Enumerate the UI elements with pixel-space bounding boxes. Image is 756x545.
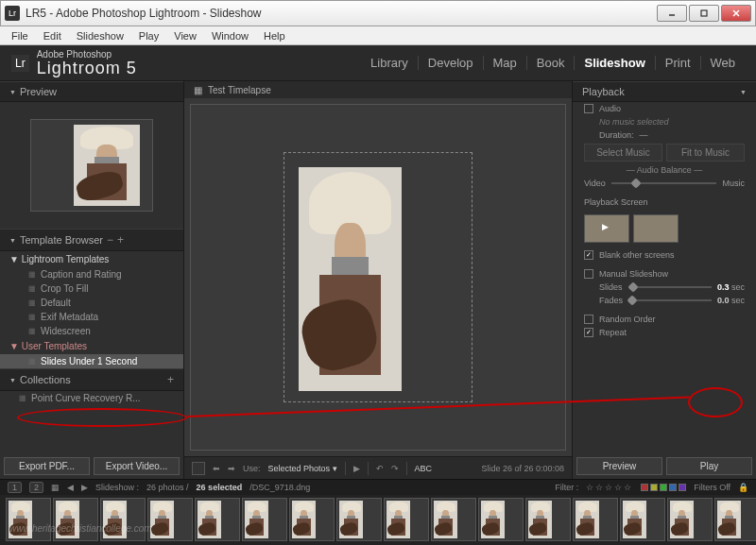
view-1-button[interactable]: 1 [8, 482, 22, 493]
maximize-button[interactable] [689, 5, 719, 22]
use-dropdown[interactable]: Selected Photos ▾ [268, 464, 337, 473]
chevron-down-icon: ▼ [9, 237, 16, 244]
chevron-down-icon: ▼ [740, 89, 747, 95]
filmstrip-thumb[interactable] [100, 498, 146, 541]
audio-checkbox-row[interactable]: Audio [573, 102, 756, 115]
filmstrip-thumb[interactable] [620, 498, 665, 541]
menu-edit[interactable]: Edit [36, 30, 69, 42]
fit-to-music-button[interactable]: Fit to Music [666, 144, 745, 162]
slide-canvas[interactable] [190, 104, 566, 451]
app-icon: Lr [5, 6, 20, 21]
menu-window[interactable]: Window [204, 30, 256, 42]
minus-icon[interactable]: − [107, 233, 113, 247]
tpl-caption-rating[interactable]: Caption and Rating [0, 267, 183, 281]
menu-slideshow[interactable]: Slideshow [69, 30, 131, 42]
rotate-ccw-icon[interactable]: ↶ [376, 464, 384, 473]
manual-slideshow-row[interactable]: Manual Slideshow [573, 267, 756, 281]
slide-counter: Slide 26 of 26 0:00:08 [481, 464, 564, 473]
plus-icon[interactable]: + [167, 373, 174, 386]
tpl-slides-under-1s[interactable]: Slides Under 1 Second [0, 354, 183, 368]
filmstrip-thumb[interactable] [525, 498, 571, 541]
screen-2[interactable] [633, 214, 679, 243]
export-video-button[interactable]: Export Video... [94, 457, 180, 475]
checkbox-icon: ✓ [584, 250, 593, 260]
close-button[interactable] [721, 5, 751, 22]
filmstrip-thumb[interactable] [667, 498, 713, 541]
stop-button[interactable] [192, 462, 205, 475]
collections-header[interactable]: ▼ Collections + [0, 368, 183, 391]
source-label[interactable]: Slideshow : [95, 483, 139, 492]
filters-off-toggle[interactable]: Filters Off [694, 483, 730, 492]
filmstrip-thumb[interactable] [573, 498, 618, 541]
blank-screens-row[interactable]: ✓Blank other screens [573, 248, 756, 262]
audio-balance-slider[interactable]: VideoMusic [573, 177, 756, 190]
slides-duration-slider[interactable]: Slides0.3 sec [573, 281, 756, 294]
menu-view[interactable]: View [166, 30, 204, 42]
user-templates-group[interactable]: ▼ User Templates [0, 338, 183, 354]
random-order-row[interactable]: Random Order [573, 313, 756, 326]
screen-1[interactable]: ▶ [584, 214, 629, 243]
plus-icon[interactable]: + [117, 233, 124, 247]
module-print[interactable]: Print [656, 56, 701, 70]
module-book[interactable]: Book [527, 56, 576, 70]
color-label-filter[interactable] [641, 484, 686, 491]
menu-play[interactable]: Play [131, 30, 166, 42]
grid-view-icon[interactable]: ▦ [51, 483, 60, 492]
module-library[interactable]: Library [361, 56, 419, 70]
export-pdf-button[interactable]: Export PDF... [4, 457, 90, 475]
playback-header[interactable]: Playback ▼ [573, 81, 756, 102]
play-icon[interactable]: ▶ [353, 464, 360, 473]
select-music-button[interactable]: Select Music [584, 144, 662, 162]
template-tree: ▼ Lightroom Templates Caption and Rating… [0, 251, 183, 368]
menu-help[interactable]: Help [256, 30, 293, 42]
abc-button[interactable]: ABC [415, 464, 433, 473]
minimize-button[interactable] [657, 5, 687, 22]
rating-filter[interactable]: ☆☆☆☆☆ [586, 483, 633, 492]
filmstrip: 1 2 ▦ ◀ ▶ Slideshow : 26 photos / 26 sel… [0, 479, 756, 545]
filmstrip-thumb[interactable] [6, 498, 51, 541]
tpl-crop-to-fill[interactable]: Crop To Fill [0, 281, 183, 296]
filmstrip-thumb[interactable] [147, 498, 193, 541]
filmstrip-thumb[interactable] [195, 498, 240, 541]
filmstrip-thumb[interactable] [53, 498, 98, 541]
preview-button[interactable]: Preview [576, 457, 662, 475]
module-map[interactable]: Map [484, 56, 527, 70]
center-panel: ▦ Test Timelapse ⬅ ➡ Use: Selected Photo… [184, 81, 572, 479]
menu-file[interactable]: File [4, 30, 36, 42]
grid-icon: ▦ [194, 85, 202, 95]
tpl-exif[interactable]: Exif Metadata [0, 310, 183, 324]
view-2-button[interactable]: 2 [29, 482, 43, 493]
module-develop[interactable]: Develop [419, 56, 484, 70]
filter-label: Filter : [555, 483, 578, 492]
playback-screen-picker[interactable]: ▶ [573, 209, 756, 248]
collection-point-curve[interactable]: Point Curve Recovery R... [0, 391, 183, 405]
repeat-row[interactable]: ✓Repeat [573, 326, 756, 339]
filmstrip-thumb[interactable] [242, 498, 287, 541]
playback-screen-label: Playback Screen [573, 196, 756, 209]
prev-arrow-icon[interactable]: ⬅ [213, 464, 220, 473]
filmstrip-thumb[interactable] [478, 498, 524, 541]
tpl-widescreen[interactable]: Widescreen [0, 324, 183, 338]
module-web[interactable]: Web [701, 56, 746, 70]
fades-duration-slider[interactable]: Fades0.0 sec [573, 294, 756, 307]
template-browser-header[interactable]: ▼ Template Browser − + [0, 229, 183, 251]
preview-thumbnail[interactable] [30, 119, 153, 212]
filmstrip-thumb[interactable] [289, 498, 335, 541]
preview-header[interactable]: ▼ Preview [0, 81, 183, 102]
audio-balance-label: — Audio Balance — [573, 163, 756, 177]
filmstrip-thumb[interactable] [384, 498, 429, 541]
module-slideshow[interactable]: Slideshow [575, 56, 655, 70]
next-icon[interactable]: ▶ [81, 483, 88, 492]
filmstrip-thumb[interactable] [336, 498, 382, 541]
filmstrip-thumb[interactable] [714, 498, 756, 541]
prev-icon[interactable]: ◀ [67, 483, 74, 492]
next-arrow-icon[interactable]: ➡ [228, 464, 235, 473]
play-button[interactable]: Play [666, 457, 752, 475]
filmstrip-thumb[interactable] [431, 498, 476, 541]
lightroom-templates-group[interactable]: ▼ Lightroom Templates [0, 251, 183, 267]
filmstrip-thumbs[interactable] [0, 495, 756, 544]
rotate-cw-icon[interactable]: ↷ [391, 464, 399, 473]
lock-icon[interactable]: 🔒 [738, 483, 748, 492]
svg-rect-1 [701, 10, 707, 16]
tpl-default[interactable]: Default [0, 296, 183, 310]
